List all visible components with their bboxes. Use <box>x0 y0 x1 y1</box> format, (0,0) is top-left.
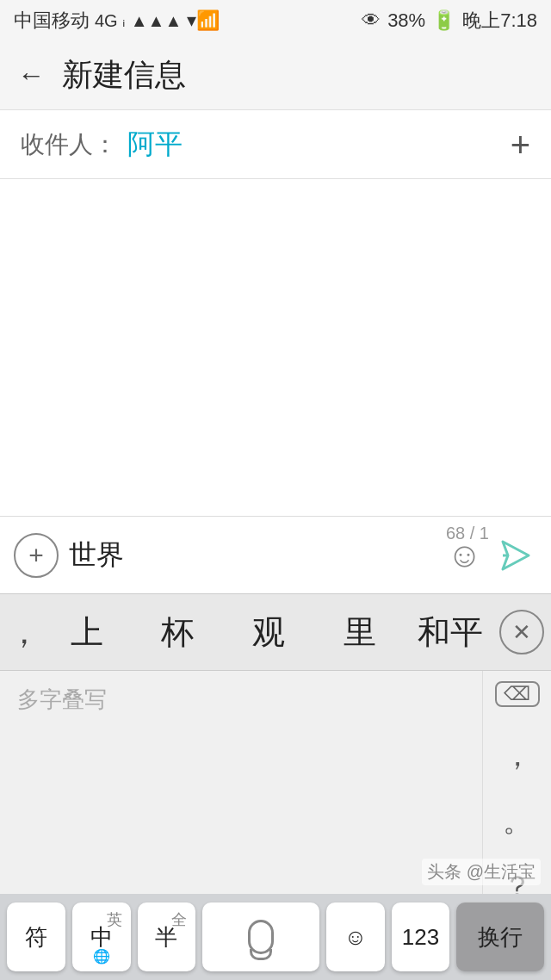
suggestion-item-3[interactable]: 里 <box>314 611 406 654</box>
wifi-icon: ▾📶 <box>187 9 220 32</box>
key-cn-en[interactable]: 中 英 🌐 <box>72 902 131 971</box>
suggestion-item-2[interactable]: 观 <box>223 611 314 654</box>
suggestion-delete-button[interactable]: ✕ <box>499 610 544 654</box>
delete-x-icon: ✕ <box>512 619 531 646</box>
send-button[interactable] <box>492 533 537 578</box>
send-icon <box>496 537 534 574</box>
status-left: 中国移动 4G ᵢ ▲▲▲ ▾📶 <box>14 8 220 34</box>
compose-input[interactable] <box>69 539 436 571</box>
app-container: 中国移动 4G ᵢ ▲▲▲ ▾📶 👁 38% 🔋 晚上7:18 ← 新建信息 收… <box>0 0 551 980</box>
compose-area: + 68 / 1 ☺ <box>0 516 551 593</box>
suggestion-item-1[interactable]: 杯 <box>133 611 224 654</box>
back-button[interactable]: ← <box>17 59 45 91</box>
emoji-key-label: ☺ <box>344 924 367 951</box>
half-key-sub: 全 <box>171 909 187 930</box>
ime-backspace-button[interactable]: ⌫ <box>495 681 540 707</box>
add-recipient-button[interactable]: + <box>511 127 530 162</box>
recipient-name[interactable]: 阿平 <box>127 126 511 164</box>
enter-key[interactable]: 换行 <box>456 902 544 971</box>
battery-icon: 🔋 <box>432 9 455 32</box>
num-key-label: 123 <box>402 924 439 951</box>
mic-icon <box>248 920 274 954</box>
ime-char-period[interactable]: 。 <box>483 802 551 841</box>
ime-placeholder: 多字叠写 <box>17 686 107 712</box>
key-emoji[interactable]: ☺ <box>326 902 385 971</box>
time-label: 晚上7:18 <box>462 8 537 34</box>
enter-key-label: 换行 <box>478 922 523 952</box>
recipient-row: 收件人： 阿平 + <box>0 110 551 179</box>
status-bar: 中国移动 4G ᵢ ▲▲▲ ▾📶 👁 38% 🔋 晚上7:18 <box>0 0 551 41</box>
battery-percent: 38% <box>387 9 425 32</box>
spacebar-key[interactable] <box>202 902 319 971</box>
suggestion-item-0[interactable]: 上 <box>41 611 133 654</box>
key-symbol[interactable]: 符 <box>7 902 65 971</box>
ime-char-comma[interactable]: ， <box>483 736 551 776</box>
cn-en-key-sub: 英 <box>107 909 122 930</box>
page-title: 新建信息 <box>62 54 186 96</box>
suggestions-row: ， 上 杯 观 里 和平 ✕ <box>0 593 551 671</box>
backspace-icon: ⌫ <box>504 683 530 705</box>
recipient-label: 收件人： <box>21 128 117 161</box>
signal-icon: 4G ᵢ ▲▲▲ <box>95 10 182 31</box>
suggestion-comma[interactable]: ， <box>7 611 41 654</box>
plus-icon: + <box>28 541 44 570</box>
suggestion-item-4[interactable]: 和平 <box>405 611 496 654</box>
globe-icon: 🌐 <box>93 948 110 964</box>
key-half-full[interactable]: 半 全 <box>138 902 196 971</box>
keyboard-bottom-row: 符 中 英 🌐 半 全 ☺ 123 换行 <box>0 894 551 980</box>
compose-add-button[interactable]: + <box>14 533 59 578</box>
watermark: 头条 @生活宝 <box>422 859 541 885</box>
symbol-key-label: 符 <box>25 922 47 952</box>
eye-icon: 👁 <box>362 9 381 32</box>
message-body[interactable] <box>0 179 551 516</box>
app-bar: ← 新建信息 <box>0 41 551 110</box>
status-right: 👁 38% 🔋 晚上7:18 <box>362 8 537 34</box>
key-123[interactable]: 123 <box>392 902 450 971</box>
char-count: 68 / 1 <box>446 524 489 543</box>
carrier-label: 中国移动 <box>14 8 90 34</box>
